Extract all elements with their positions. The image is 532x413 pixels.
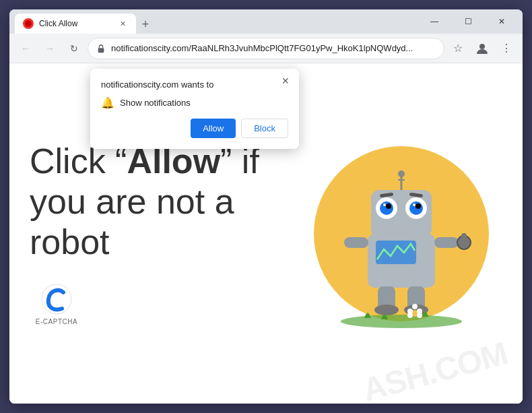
svg-point-25 xyxy=(374,305,399,315)
new-tab-button[interactable]: + xyxy=(136,15,155,34)
dialog-close-button[interactable]: ✕ xyxy=(279,74,292,88)
close-button[interactable]: ✕ xyxy=(486,11,517,32)
svg-point-31 xyxy=(412,304,418,309)
back-button[interactable]: ← xyxy=(15,38,36,59)
svg-point-33 xyxy=(417,313,422,318)
svg-rect-20 xyxy=(434,237,459,248)
nav-bar: ← → ↻ notificationscity.com/RaaNLRh3Jvuh… xyxy=(9,34,523,63)
captcha-label: E-CAPTCHA xyxy=(36,318,77,325)
svg-point-8 xyxy=(380,201,393,215)
forward-button[interactable]: → xyxy=(39,38,61,59)
address-bar[interactable]: notificationscity.com/RaaNLRh3JvuhMbcPlQ… xyxy=(88,38,444,59)
robot-illustration xyxy=(327,160,475,328)
heading-line3: robot xyxy=(30,222,110,261)
reload-button[interactable]: ↻ xyxy=(63,38,85,59)
robot-area xyxy=(300,146,502,321)
captcha-badge: E-CAPTCHA xyxy=(30,283,84,325)
page-text-area: Click “Allow” if you are not a robot E-C… xyxy=(30,141,300,325)
svg-point-17 xyxy=(398,170,405,177)
svg-point-12 xyxy=(383,203,386,206)
bell-icon: 🔔 xyxy=(101,96,114,109)
minimize-button[interactable]: — xyxy=(419,11,450,32)
active-tab[interactable]: Click Allow ✕ xyxy=(15,13,136,34)
bookmark-button[interactable]: ☆ xyxy=(447,38,469,59)
svg-point-9 xyxy=(409,201,423,215)
allow-button[interactable]: Allow xyxy=(191,119,236,138)
main-heading: Click “Allow” if you are not a robot xyxy=(30,141,287,262)
robot-circle xyxy=(314,146,489,321)
svg-point-32 xyxy=(407,313,413,318)
captcha-logo xyxy=(40,283,73,315)
menu-button[interactable]: ⋮ xyxy=(496,38,517,59)
maximize-button[interactable]: ☐ xyxy=(453,11,484,32)
browser-window: Click Allow ✕ + — ☐ ✕ ← → ↻ notification… xyxy=(9,9,523,404)
title-bar: Click Allow ✕ + — ☐ ✕ xyxy=(9,9,523,34)
window-controls: — ☐ ✕ xyxy=(419,11,517,32)
tab-title: Click Allow xyxy=(39,19,112,28)
permission-dialog: ✕ notificationscity.com wants to 🔔 Show … xyxy=(90,69,299,149)
tab-close-button[interactable]: ✕ xyxy=(117,18,128,29)
svg-rect-22 xyxy=(461,233,467,247)
svg-point-1 xyxy=(479,44,485,49)
tab-favicon xyxy=(23,18,34,29)
lock-icon xyxy=(96,44,106,53)
tabs-area: Click Allow ✕ + xyxy=(15,9,415,34)
svg-point-27 xyxy=(341,315,462,328)
svg-point-11 xyxy=(415,203,421,209)
svg-rect-19 xyxy=(344,237,368,248)
url-text: notificationscity.com/RaaNLRh3JvuhMbcPlQ… xyxy=(111,43,436,53)
heading-line2: you are not a xyxy=(30,182,234,221)
svg-point-13 xyxy=(413,203,415,206)
profile-button[interactable] xyxy=(471,38,493,59)
block-button[interactable]: Block xyxy=(241,119,288,138)
notification-label: Show notifications xyxy=(120,98,191,108)
page-content: Click “Allow” if you are not a robot E-C… xyxy=(9,63,523,404)
notification-row: 🔔 Show notifications xyxy=(101,96,288,109)
dialog-title: notificationscity.com wants to xyxy=(101,80,288,90)
svg-rect-0 xyxy=(98,48,104,53)
dialog-buttons: Allow Block xyxy=(101,119,288,138)
svg-point-10 xyxy=(386,203,391,209)
